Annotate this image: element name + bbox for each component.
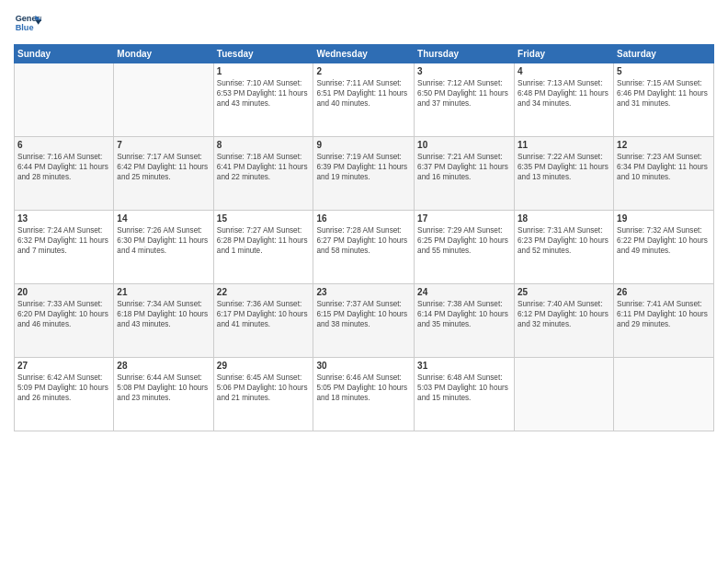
day-info: Sunrise: 7:18 AM Sunset: 6:41 PM Dayligh…	[217, 152, 311, 182]
day-number: 29	[217, 361, 311, 371]
calendar-cell: 11Sunrise: 7:22 AM Sunset: 6:35 PM Dayli…	[515, 137, 614, 211]
day-info: Sunrise: 7:34 AM Sunset: 6:18 PM Dayligh…	[117, 299, 210, 329]
calendar-cell: 7Sunrise: 7:17 AM Sunset: 6:42 PM Daylig…	[114, 137, 213, 211]
calendar-cell: 6Sunrise: 7:16 AM Sunset: 6:44 PM Daylig…	[15, 137, 114, 211]
day-number: 20	[17, 287, 110, 297]
day-info: Sunrise: 6:42 AM Sunset: 5:09 PM Dayligh…	[17, 373, 110, 403]
calendar-cell: 12Sunrise: 7:23 AM Sunset: 6:34 PM Dayli…	[614, 137, 714, 211]
logo: General Blue	[14, 9, 45, 37]
day-number: 17	[417, 213, 511, 224]
day-number: 2	[316, 66, 411, 76]
day-number: 30	[316, 361, 411, 371]
day-number: 25	[518, 287, 610, 297]
day-number: 9	[316, 140, 411, 150]
day-number: 10	[417, 140, 511, 150]
calendar-cell: 16Sunrise: 7:28 AM Sunset: 6:27 PM Dayli…	[313, 211, 415, 284]
day-info: Sunrise: 7:27 AM Sunset: 6:28 PM Dayligh…	[217, 225, 311, 256]
calendar-cell: 19Sunrise: 7:32 AM Sunset: 6:22 PM Dayli…	[614, 211, 714, 284]
calendar-cell: 8Sunrise: 7:18 AM Sunset: 6:41 PM Daylig…	[213, 137, 313, 211]
day-number: 23	[316, 287, 411, 297]
day-number: 22	[217, 287, 311, 297]
day-info: Sunrise: 7:19 AM Sunset: 6:39 PM Dayligh…	[316, 152, 411, 182]
calendar-cell: 30Sunrise: 6:46 AM Sunset: 5:05 PM Dayli…	[313, 358, 415, 431]
calendar-cell: 22Sunrise: 7:36 AM Sunset: 6:17 PM Dayli…	[213, 284, 313, 358]
calendar-cell: 24Sunrise: 7:38 AM Sunset: 6:14 PM Dayli…	[415, 284, 515, 358]
calendar-cell	[15, 63, 114, 137]
day-info: Sunrise: 6:46 AM Sunset: 5:05 PM Dayligh…	[316, 373, 411, 403]
day-info: Sunrise: 7:31 AM Sunset: 6:23 PM Dayligh…	[518, 225, 610, 256]
calendar-cell: 25Sunrise: 7:40 AM Sunset: 6:12 PM Dayli…	[515, 284, 614, 358]
calendar-cell: 27Sunrise: 6:42 AM Sunset: 5:09 PM Dayli…	[15, 358, 114, 431]
day-number: 8	[217, 140, 311, 150]
day-number: 27	[17, 361, 110, 371]
weekday-header-wednesday: Wednesday	[313, 45, 415, 63]
calendar-cell: 13Sunrise: 7:24 AM Sunset: 6:32 PM Dayli…	[15, 211, 114, 284]
day-info: Sunrise: 6:48 AM Sunset: 5:03 PM Dayligh…	[417, 373, 511, 403]
day-number: 14	[117, 213, 210, 224]
day-info: Sunrise: 7:24 AM Sunset: 6:32 PM Dayligh…	[17, 225, 110, 256]
day-info: Sunrise: 7:17 AM Sunset: 6:42 PM Dayligh…	[117, 152, 210, 182]
day-info: Sunrise: 7:36 AM Sunset: 6:17 PM Dayligh…	[217, 299, 311, 329]
day-info: Sunrise: 7:11 AM Sunset: 6:51 PM Dayligh…	[316, 78, 411, 109]
day-number: 24	[417, 287, 511, 297]
day-info: Sunrise: 7:16 AM Sunset: 6:44 PM Dayligh…	[17, 152, 110, 182]
day-number: 28	[117, 361, 210, 371]
weekday-header-monday: Monday	[114, 45, 213, 63]
day-info: Sunrise: 7:41 AM Sunset: 6:11 PM Dayligh…	[617, 299, 711, 329]
weekday-header-thursday: Thursday	[415, 45, 515, 63]
calendar-cell: 15Sunrise: 7:27 AM Sunset: 6:28 PM Dayli…	[213, 211, 313, 284]
day-info: Sunrise: 7:13 AM Sunset: 6:48 PM Dayligh…	[518, 78, 610, 109]
day-number: 13	[17, 213, 110, 224]
calendar-cell: 1Sunrise: 7:10 AM Sunset: 6:53 PM Daylig…	[213, 63, 313, 137]
calendar-cell: 10Sunrise: 7:21 AM Sunset: 6:37 PM Dayli…	[415, 137, 515, 211]
day-number: 3	[417, 66, 511, 76]
day-info: Sunrise: 7:15 AM Sunset: 6:46 PM Dayligh…	[617, 78, 711, 109]
calendar-cell: 9Sunrise: 7:19 AM Sunset: 6:39 PM Daylig…	[313, 137, 415, 211]
day-info: Sunrise: 7:28 AM Sunset: 6:27 PM Dayligh…	[316, 225, 411, 256]
day-info: Sunrise: 7:37 AM Sunset: 6:15 PM Dayligh…	[316, 299, 411, 329]
day-number: 21	[117, 287, 210, 297]
day-number: 5	[617, 66, 711, 76]
day-number: 18	[518, 213, 610, 224]
calendar-cell	[515, 358, 614, 431]
day-info: Sunrise: 7:29 AM Sunset: 6:25 PM Dayligh…	[417, 225, 511, 256]
day-info: Sunrise: 7:32 AM Sunset: 6:22 PM Dayligh…	[617, 225, 711, 256]
day-number: 1	[217, 66, 311, 76]
day-info: Sunrise: 7:33 AM Sunset: 6:20 PM Dayligh…	[17, 299, 110, 329]
calendar-cell: 5Sunrise: 7:15 AM Sunset: 6:46 PM Daylig…	[614, 63, 714, 137]
calendar-cell	[114, 63, 213, 137]
day-info: Sunrise: 6:44 AM Sunset: 5:08 PM Dayligh…	[117, 373, 210, 403]
day-number: 4	[518, 66, 610, 76]
day-info: Sunrise: 7:38 AM Sunset: 6:14 PM Dayligh…	[417, 299, 511, 329]
day-info: Sunrise: 7:12 AM Sunset: 6:50 PM Dayligh…	[417, 78, 511, 109]
day-number: 16	[316, 213, 411, 224]
calendar-cell: 2Sunrise: 7:11 AM Sunset: 6:51 PM Daylig…	[313, 63, 415, 137]
calendar-cell: 23Sunrise: 7:37 AM Sunset: 6:15 PM Dayli…	[313, 284, 415, 358]
svg-text:Blue: Blue	[16, 23, 34, 32]
calendar-cell: 17Sunrise: 7:29 AM Sunset: 6:25 PM Dayli…	[415, 211, 515, 284]
calendar-cell	[614, 358, 714, 431]
calendar-cell: 18Sunrise: 7:31 AM Sunset: 6:23 PM Dayli…	[515, 211, 614, 284]
day-info: Sunrise: 7:10 AM Sunset: 6:53 PM Dayligh…	[217, 78, 311, 109]
weekday-header-sunday: Sunday	[15, 45, 114, 63]
day-number: 11	[518, 140, 610, 150]
calendar-cell: 14Sunrise: 7:26 AM Sunset: 6:30 PM Dayli…	[114, 211, 213, 284]
calendar-cell: 29Sunrise: 6:45 AM Sunset: 5:06 PM Dayli…	[213, 358, 313, 431]
day-number: 7	[117, 140, 210, 150]
calendar-cell: 26Sunrise: 7:41 AM Sunset: 6:11 PM Dayli…	[614, 284, 714, 358]
day-number: 31	[417, 361, 511, 371]
calendar-cell: 28Sunrise: 6:44 AM Sunset: 5:08 PM Dayli…	[114, 358, 213, 431]
weekday-header-tuesday: Tuesday	[213, 45, 313, 63]
page-header: General Blue	[14, 9, 714, 37]
weekday-header-saturday: Saturday	[614, 45, 714, 63]
day-info: Sunrise: 6:45 AM Sunset: 5:06 PM Dayligh…	[217, 373, 311, 403]
day-info: Sunrise: 7:23 AM Sunset: 6:34 PM Dayligh…	[617, 152, 711, 182]
day-info: Sunrise: 7:26 AM Sunset: 6:30 PM Dayligh…	[117, 225, 210, 256]
day-number: 15	[217, 213, 311, 224]
calendar-cell: 21Sunrise: 7:34 AM Sunset: 6:18 PM Dayli…	[114, 284, 213, 358]
calendar-cell: 20Sunrise: 7:33 AM Sunset: 6:20 PM Dayli…	[15, 284, 114, 358]
logo-icon: General Blue	[14, 9, 41, 37]
day-number: 19	[617, 213, 711, 224]
weekday-header-friday: Friday	[515, 45, 614, 63]
day-number: 26	[617, 287, 711, 297]
